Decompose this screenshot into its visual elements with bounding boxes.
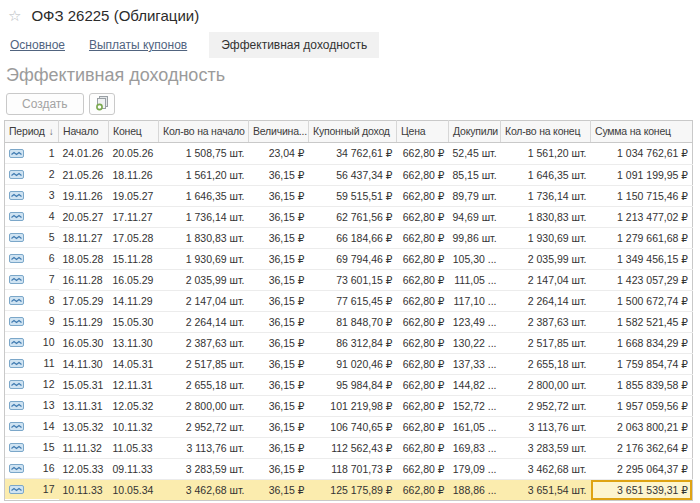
cell-value[interactable]: 36,15 ₽ [249, 206, 309, 227]
column-header-end[interactable]: Конец [109, 121, 159, 143]
cell-price[interactable]: 662,80 ₽ [397, 206, 449, 227]
cell-qty_start[interactable]: 2 517,85 шт. [159, 353, 249, 374]
cell-coupon_income[interactable]: 112 562,43 ₽ [309, 437, 397, 458]
cell-end[interactable]: 13.11.30 [109, 332, 159, 353]
cell-qty_start[interactable]: 2 264,14 шт. [159, 311, 249, 332]
cell-qty_end[interactable]: 2 035,99 шт. [501, 248, 591, 269]
tab-effective-yield[interactable]: Эффективная доходность [209, 32, 379, 58]
cell-end[interactable]: 10.05.34 [109, 479, 159, 500]
table-row[interactable]: 915.11.2915.05.302 264,14 шт.36,15 ₽81 8… [5, 311, 693, 332]
cell-bought[interactable]: 137,33 ... [449, 353, 501, 374]
column-header-sum-end[interactable]: Сумма на конец [591, 121, 693, 143]
cell-qty_end[interactable]: 1 736,14 шт. [501, 185, 591, 206]
cell-qty_end[interactable]: 1 930,69 шт. [501, 227, 591, 248]
table-row[interactable]: 1114.11.3014.05.312 517,85 шт.36,15 ₽91 … [5, 353, 693, 374]
cell-start[interactable]: 16.11.28 [59, 269, 109, 290]
cell-period[interactable]: 1 [5, 143, 59, 164]
cell-qty_end[interactable]: 2 952,72 шт. [501, 395, 591, 416]
column-header-qty-start[interactable]: Кол-во на начало [159, 121, 249, 143]
cell-bought[interactable]: 85,15 шт. [449, 164, 501, 185]
cell-period[interactable]: 11 [5, 353, 59, 374]
cell-end[interactable]: 17.11.27 [109, 206, 159, 227]
cell-sum_end[interactable]: 1 957 059,56 ₽ [591, 395, 693, 416]
cell-sum_end[interactable]: 1 279 661,68 ₽ [591, 227, 693, 248]
cell-sum_end[interactable]: 1 150 715,46 ₽ [591, 185, 693, 206]
cell-period[interactable]: 4 [5, 206, 59, 227]
cell-sum_end[interactable]: 1 091 199,95 ₽ [591, 164, 693, 185]
cell-value[interactable]: 36,15 ₽ [249, 437, 309, 458]
table-row[interactable]: 221.05.2618.11.261 561,20 шт.36,15 ₽56 4… [5, 164, 693, 185]
cell-qty_start[interactable]: 2 655,18 шт. [159, 374, 249, 395]
column-header-period[interactable]: Период↓ [5, 121, 59, 143]
cell-period[interactable]: 2 [5, 164, 59, 185]
cell-start[interactable]: 17.05.29 [59, 290, 109, 311]
cell-coupon_income[interactable]: 81 848,70 ₽ [309, 311, 397, 332]
table-row[interactable]: 1413.05.3210.11.322 952,72 шт.36,15 ₽106… [5, 416, 693, 437]
cell-sum_end[interactable]: 2 295 064,37 ₽ [591, 458, 693, 479]
cell-value[interactable]: 36,15 ₽ [249, 416, 309, 437]
cell-qty_start[interactable]: 3 113,76 шт. [159, 437, 249, 458]
cell-value[interactable]: 36,15 ₽ [249, 290, 309, 311]
cell-qty_end[interactable]: 1 561,20 шт. [501, 143, 591, 165]
table-row[interactable]: 518.11.2717.05.281 830,83 шт.36,15 ₽66 1… [5, 227, 693, 248]
cell-bought[interactable]: 123,49 ... [449, 311, 501, 332]
cell-price[interactable]: 662,80 ₽ [397, 374, 449, 395]
cell-qty_end[interactable]: 3 462,68 шт. [501, 458, 591, 479]
cell-end[interactable]: 10.11.32 [109, 416, 159, 437]
cell-period[interactable]: 6 [5, 248, 59, 269]
cell-qty_start[interactable]: 2 035,99 шт. [159, 269, 249, 290]
cell-sum_end[interactable]: 1 500 672,74 ₽ [591, 290, 693, 311]
cell-value[interactable]: 36,15 ₽ [249, 353, 309, 374]
cell-end[interactable]: 09.11.33 [109, 458, 159, 479]
cell-start[interactable]: 24.01.26 [59, 143, 109, 165]
cell-qty_start[interactable]: 3 283,59 шт. [159, 458, 249, 479]
column-header-start[interactable]: Начало [59, 121, 109, 143]
cell-qty_end[interactable]: 2 517,85 шт. [501, 332, 591, 353]
cell-coupon_income[interactable]: 56 437,34 ₽ [309, 164, 397, 185]
cell-bought[interactable]: 144,82 ... [449, 374, 501, 395]
cell-end[interactable]: 11.05.33 [109, 437, 159, 458]
cell-start[interactable]: 14.11.30 [59, 353, 109, 374]
table-row[interactable]: 1016.05.3013.11.302 387,63 шт.36,15 ₽86 … [5, 332, 693, 353]
table-row[interactable]: 1215.05.3112.11.312 655,18 шт.36,15 ₽95 … [5, 374, 693, 395]
copy-button[interactable] [89, 93, 115, 115]
cell-price[interactable]: 662,80 ₽ [397, 269, 449, 290]
cell-period[interactable]: 10 [5, 332, 59, 353]
cell-sum_end[interactable]: 1 349 456,15 ₽ [591, 248, 693, 269]
cell-value[interactable]: 36,15 ₽ [249, 311, 309, 332]
cell-sum_end[interactable]: 2 063 800,21 ₽ [591, 416, 693, 437]
cell-bought[interactable]: 152,72 ... [449, 395, 501, 416]
cell-price[interactable]: 662,80 ₽ [397, 437, 449, 458]
cell-price[interactable]: 662,80 ₽ [397, 479, 449, 500]
cell-coupon_income[interactable]: 86 312,84 ₽ [309, 332, 397, 353]
table-row[interactable]: 817.05.2914.11.292 147,04 шт.36,15 ₽77 6… [5, 290, 693, 311]
cell-period[interactable]: 13 [5, 395, 59, 416]
cell-coupon_income[interactable]: 73 601,15 ₽ [309, 269, 397, 290]
cell-sum_end[interactable]: 1 034 762,61 ₽ [591, 143, 693, 165]
cell-start[interactable]: 19.11.26 [59, 185, 109, 206]
cell-sum_end[interactable]: 1 855 839,58 ₽ [591, 374, 693, 395]
cell-sum_end[interactable]: 1 759 854,74 ₽ [591, 353, 693, 374]
cell-period[interactable]: 12 [5, 374, 59, 395]
cell-period[interactable]: 8 [5, 290, 59, 311]
cell-coupon_income[interactable]: 77 615,45 ₽ [309, 290, 397, 311]
cell-end[interactable]: 14.11.29 [109, 290, 159, 311]
cell-end[interactable]: 12.11.31 [109, 374, 159, 395]
cell-qty_start[interactable]: 1 930,69 шт. [159, 248, 249, 269]
cell-bought[interactable]: 111,05 ... [449, 269, 501, 290]
cell-price[interactable]: 662,80 ₽ [397, 353, 449, 374]
cell-period[interactable]: 16 [5, 458, 59, 479]
cell-value[interactable]: 36,15 ₽ [249, 227, 309, 248]
cell-value[interactable]: 36,15 ₽ [249, 269, 309, 290]
cell-price[interactable]: 662,80 ₽ [397, 143, 449, 165]
cell-price[interactable]: 662,80 ₽ [397, 248, 449, 269]
cell-bought[interactable]: 117,10 ... [449, 290, 501, 311]
cell-qty_end[interactable]: 2 387,63 шт. [501, 311, 591, 332]
cell-qty_end[interactable]: 2 147,04 шт. [501, 269, 591, 290]
cell-period[interactable]: 15 [5, 437, 59, 458]
cell-value[interactable]: 36,15 ₽ [249, 248, 309, 269]
cell-price[interactable]: 662,80 ₽ [397, 290, 449, 311]
cell-sum_end[interactable]: 3 651 539,31 ₽ [591, 479, 693, 500]
cell-period[interactable]: 9 [5, 311, 59, 332]
cell-coupon_income[interactable]: 125 175,89 ₽ [309, 479, 397, 500]
